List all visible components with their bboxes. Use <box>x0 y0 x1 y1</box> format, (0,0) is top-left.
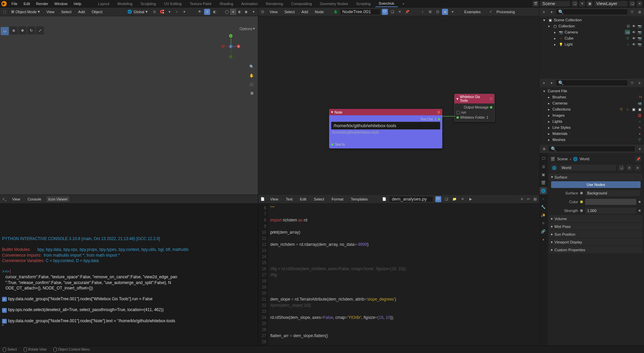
node-view-menu[interactable]: View <box>267 9 280 15</box>
shading-wireframe-icon[interactable]: ◯ <box>224 9 230 15</box>
scene-name-input[interactable] <box>540 1 570 7</box>
gizmo-neg-y-icon[interactable] <box>229 55 232 58</box>
visibility-icon[interactable]: 👁 <box>197 9 203 15</box>
node-select-menu[interactable]: Select <box>282 9 298 15</box>
viewlayer-new-icon[interactable]: ❏ <box>629 1 635 7</box>
camera-restrict-icon[interactable]: 📷 <box>637 24 642 28</box>
menu-render[interactable]: Render <box>33 1 51 7</box>
viewlayer-delete-icon[interactable]: ✕ <box>637 1 643 7</box>
collections-row[interactable]: ▸Collections ▽ ○ ▣ ▣ <box>540 106 644 112</box>
console-console-menu[interactable]: Console <box>25 196 44 202</box>
node-whitebox[interactable]: ▾ Whitebox Gis Tools ▽ Output Message ru… <box>454 94 495 122</box>
node-add-menu[interactable]: Add <box>299 9 311 15</box>
zoom-icon[interactable]: 🔍 <box>248 63 255 70</box>
breadcrumb-world[interactable]: World <box>580 157 590 161</box>
menu-window[interactable]: Window <box>52 1 70 7</box>
tab-modeling[interactable]: Modeling <box>114 1 136 7</box>
node-tool1-icon[interactable]: ↕ <box>420 9 426 15</box>
node-whitebox-header[interactable]: ▾ Whitebox Gis Tools ▽ <box>454 94 494 103</box>
lights-row[interactable]: ▸Lights ○ <box>540 118 644 124</box>
camera-restrict-icon[interactable]: 📷 <box>637 36 642 41</box>
view-menu[interactable]: View <box>44 9 57 15</box>
tool-rotate[interactable]: ↻ <box>27 26 35 34</box>
outliner-search-input[interactable] <box>556 9 628 15</box>
menu-edit[interactable]: Edit <box>21 1 33 7</box>
menu-help[interactable]: Help <box>71 1 84 7</box>
materials-row[interactable]: ▸Materials ● <box>540 131 644 137</box>
breadcrumb-scene[interactable]: Scene <box>557 157 568 161</box>
tab-geonodes[interactable]: Geometry Nodes <box>317 1 351 7</box>
tab-scene[interactable]: 🎬 <box>540 179 547 186</box>
eye-icon[interactable]: 👁 <box>631 36 636 41</box>
node-node-menu[interactable]: Node <box>312 9 326 15</box>
scene-new-icon[interactable]: ❏ <box>572 1 578 7</box>
properties-search-input[interactable] <box>548 146 635 152</box>
text-unlink-icon[interactable]: ✕ <box>460 196 466 202</box>
node-tool2-icon[interactable]: ⊞ <box>427 9 433 15</box>
file-filter-icon[interactable]: ▽ <box>629 80 635 86</box>
tree-light[interactable]: ▸ 💡 Light ○ 👁 📷 <box>540 41 644 47</box>
meshes-row[interactable]: ▸Meshes ▽ <box>540 137 644 143</box>
strength-input[interactable]: 1.000 <box>585 207 637 214</box>
file-options-icon[interactable]: ≡ <box>637 80 643 86</box>
tree-cube[interactable]: ▸ ▫ Cube ▽ 👁 📷 <box>540 35 644 41</box>
surface-panel-header[interactable]: ▾Surface <box>549 173 643 181</box>
shading-solid-icon[interactable]: ● <box>230 9 236 15</box>
tab-add-workspace[interactable]: + <box>399 1 408 7</box>
outliner-new-collection-icon[interactable]: ⊞ <box>637 9 643 15</box>
brushes-row[interactable]: ▸Brushes 74 <box>540 94 644 100</box>
menu-file[interactable]: File <box>9 1 20 7</box>
text-format-menu[interactable]: Format <box>329 196 346 202</box>
node-note-header[interactable]: ▾ Note ! <box>329 109 442 115</box>
pivot-icon[interactable]: ⊙ <box>151 9 157 15</box>
node-note[interactable]: ▾ Note ! Text Out. 1 /home/klx/github/wh… <box>329 109 442 148</box>
eye-icon[interactable]: 👁 <box>631 42 636 47</box>
processing-label[interactable]: Processing <box>494 9 517 15</box>
camera-restrict-icon[interactable]: 📷 <box>637 30 642 34</box>
line-numbers-icon[interactable]: ≡ <box>519 196 525 202</box>
mode-dropdown[interactable]: ⊞Object Mode▾ <box>9 8 42 15</box>
proportional-falloff-icon[interactable]: ▾ <box>181 9 187 15</box>
gizmo-neg-x-icon[interactable] <box>221 45 225 48</box>
tree-scene-collection[interactable]: ▾ ▣ Scene Collection <box>540 17 644 23</box>
text-open-icon[interactable]: 📁 <box>451 196 457 202</box>
gizmo-z-icon[interactable]: Z <box>229 44 233 48</box>
tab-animation[interactable]: Animation <box>238 1 261 7</box>
shading-options-icon[interactable]: ▾ <box>250 9 256 15</box>
console-view-menu[interactable]: View <box>9 196 23 202</box>
select-menu[interactable]: Select <box>58 9 74 15</box>
properties-options-icon[interactable]: ▾ <box>637 146 643 152</box>
shading-rendered-icon[interactable]: ◉ <box>243 9 249 15</box>
text-templates-menu[interactable]: Templates <box>348 196 370 202</box>
run-script-icon[interactable]: ▶ <box>468 196 474 202</box>
tab-texture[interactable]: Texture Paint <box>186 1 215 7</box>
tab-output[interactable]: 🖨 <box>540 163 547 170</box>
world-name-input[interactable]: World <box>559 164 616 171</box>
node-tool4-icon[interactable]: ◉ <box>442 9 448 15</box>
node-tool5-icon[interactable]: ▾ <box>449 9 455 15</box>
snap-element-icon[interactable]: ▾ <box>166 9 172 15</box>
viewport-display-panel-header[interactable]: ▸Viewport Display <box>549 238 643 245</box>
color-input[interactable] <box>585 198 637 205</box>
tab-material[interactable]: ● <box>540 236 547 243</box>
note-text-input[interactable] <box>331 122 440 130</box>
world-new-icon[interactable]: ❏ <box>618 165 624 171</box>
tree-unlink-icon[interactable]: ✕ <box>397 9 403 15</box>
camera-view-icon[interactable]: 🎥 <box>248 81 255 88</box>
tab-shading[interactable]: Shading <box>216 1 237 7</box>
file-browser-type-icon[interactable]: ≡ <box>541 80 547 86</box>
tab-rendering[interactable]: Rendering <box>263 1 287 7</box>
overlay-toggle-icon[interactable]: ◐ <box>212 9 218 15</box>
sun-panel-header[interactable]: ▸Sun Position <box>549 231 643 238</box>
tool-scale[interactable]: ⤢ <box>36 26 44 34</box>
text-edit-menu[interactable]: Edit <box>297 196 309 202</box>
node-editor[interactable]: ⊡ View Select Add Node 🌲 🛡 ❏ ✕ 📌 ↕ ⊞ ⊡ <box>258 7 539 194</box>
code-area[interactable]: """ import richdem as rd print(dem_array… <box>268 204 539 346</box>
pan-icon[interactable]: ✋ <box>248 72 255 79</box>
pin-icon[interactable]: 📌 <box>404 9 410 15</box>
use-nodes-button[interactable]: Use Nodes <box>551 181 641 188</box>
current-file-row[interactable]: ▾ Current File <box>540 88 644 94</box>
tree-collection[interactable]: ▾ ▢ Collection ☑ 👁 📷 <box>540 23 644 29</box>
editor-type-icon[interactable]: ⬚ <box>1 9 7 15</box>
text-text-menu[interactable]: Text <box>283 196 295 202</box>
